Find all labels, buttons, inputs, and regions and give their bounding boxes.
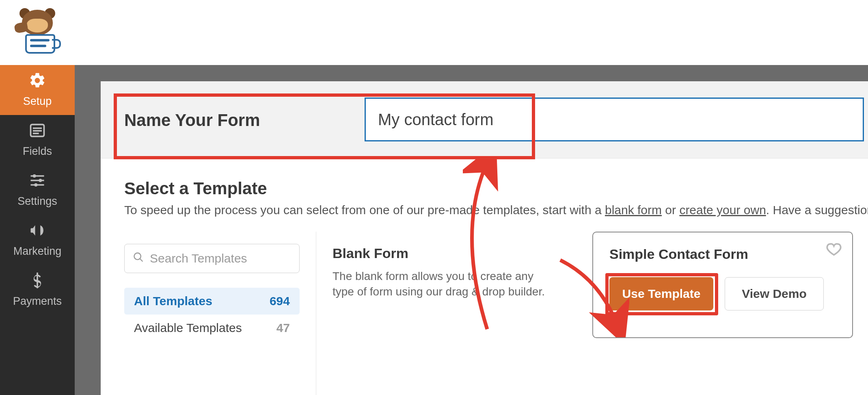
setup-panel: Name Your Form Select a Template To spee… (101, 81, 868, 395)
favorite-icon[interactable] (826, 241, 842, 257)
name-form-label: Name Your Form (124, 111, 260, 130)
svg-point-7 (33, 174, 36, 178)
nav-label: Fields (23, 145, 52, 158)
card-desc: The blank form allows you to create any … (333, 269, 556, 300)
template-categories: All Templates 694 Available Templates 47 (124, 288, 300, 341)
view-demo-button[interactable]: View Demo (725, 277, 824, 310)
card-title: Blank Form (333, 245, 556, 261)
card-title: Simple Contact Form (609, 246, 836, 262)
nav-item-payments[interactable]: Payments (0, 265, 75, 315)
templates-sidebar: All Templates 694 Available Templates 47 (101, 232, 316, 395)
name-form-bar: Name Your Form (101, 81, 868, 158)
category-label: All Templates (134, 294, 212, 308)
nav-label: Marketing (13, 245, 62, 258)
blank-form-link[interactable]: blank form (605, 203, 662, 217)
nav: Setup Fields Settings (0, 65, 75, 315)
nav-label: Settings (17, 195, 57, 208)
bullhorn-icon (28, 221, 47, 241)
list-icon (28, 122, 47, 141)
templates-body: All Templates 694 Available Templates 47… (101, 232, 868, 395)
nav-item-marketing[interactable]: Marketing (0, 215, 75, 265)
sidebar: Setup Fields Settings (0, 0, 75, 395)
gear-icon (28, 72, 47, 91)
create-own-link[interactable]: create your own (679, 203, 766, 217)
category-count: 47 (276, 321, 290, 335)
form-name-input[interactable] (365, 98, 864, 141)
search-icon (133, 252, 144, 266)
logo-area (0, 0, 75, 65)
nav-item-settings[interactable]: Settings (0, 165, 75, 215)
nav-item-fields[interactable]: Fields (0, 115, 75, 165)
dollar-icon (28, 271, 47, 291)
category-count: 694 (270, 294, 290, 308)
sub-text: . Have a suggestion fo (766, 203, 868, 217)
nav-label: Setup (23, 95, 52, 108)
template-search-input[interactable] (150, 252, 291, 265)
templates-grid: Blank Form The blank form allows you to … (316, 232, 868, 395)
svg-rect-10 (37, 273, 38, 289)
nav-label: Payments (13, 295, 62, 308)
wpforms-logo (13, 8, 62, 57)
category-all-templates[interactable]: All Templates 694 (124, 288, 300, 315)
template-card-blank[interactable]: Blank Form The blank form allows you to … (316, 232, 572, 337)
sub-text: or (662, 203, 679, 217)
nav-item-setup[interactable]: Setup (0, 65, 75, 115)
use-template-button[interactable]: Use Template (609, 277, 713, 310)
template-card-simple-contact[interactable]: Simple Contact Form Use Template View De… (592, 232, 853, 338)
templates-subtitle: To speed up the process you can select f… (124, 203, 868, 217)
templates-title: Select a Template (124, 179, 267, 198)
svg-point-9 (34, 183, 37, 187)
svg-point-8 (39, 179, 42, 182)
category-available-templates[interactable]: Available Templates 47 (124, 315, 300, 341)
sliders-icon (28, 171, 47, 191)
sub-text: To speed up the process you can select f… (124, 203, 605, 217)
category-label: Available Templates (134, 321, 242, 335)
template-search[interactable] (124, 244, 300, 273)
